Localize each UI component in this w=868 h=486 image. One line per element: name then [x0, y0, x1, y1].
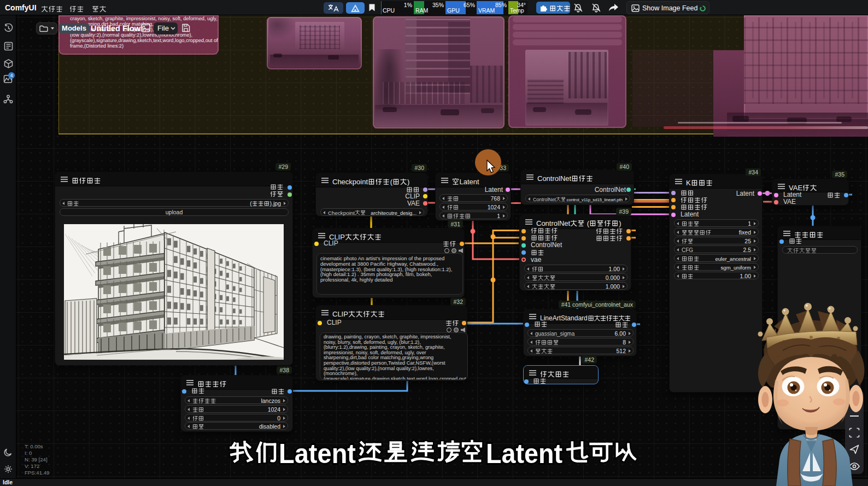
svg-text:Latent: Latent: [486, 438, 562, 469]
svg-text:Latent: Latent: [279, 438, 356, 469]
